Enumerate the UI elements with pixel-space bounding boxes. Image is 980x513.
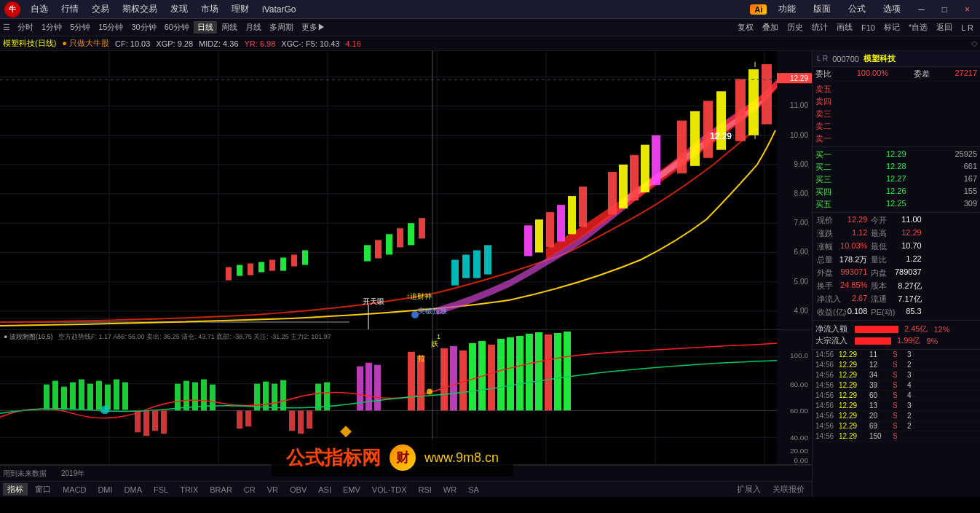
svg-rect-132 — [469, 343, 476, 410]
ind-tab-asi[interactable]: ASI — [314, 485, 336, 495]
period-weekly[interactable]: 周线 — [218, 21, 241, 34]
svg-rect-39 — [546, 212, 554, 247]
sell-level-3: 卖三 — [815, 108, 977, 120]
menu-xuanxiang[interactable]: 选项 — [877, 1, 906, 17]
menu-licai[interactable]: 理财 — [226, 1, 255, 17]
ind-tab-sa[interactable]: SA — [464, 485, 483, 495]
btn-zixuan[interactable]: *自选 — [905, 21, 931, 34]
svg-rect-95 — [61, 387, 67, 410]
svg-text:10.00: 10.00 — [790, 131, 808, 139]
midz-value: MIDZ: 4.36 — [199, 39, 238, 48]
svg-rect-36 — [484, 245, 491, 274]
btn-die[interactable]: 叠加 — [759, 21, 782, 34]
svg-rect-23 — [269, 260, 275, 271]
xgc-num: 4.16 — [345, 39, 360, 48]
btn-biaoji[interactable]: 标记 — [880, 21, 904, 34]
btn-tongji[interactable]: 统计 — [808, 21, 831, 34]
svg-text:拉: 拉 — [418, 354, 425, 362]
menu-jiaoyi[interactable]: 交易 — [86, 1, 115, 17]
svg-rect-119 — [298, 410, 304, 434]
svg-rect-28 — [375, 240, 382, 258]
ind-tab-dmi[interactable]: DMI — [93, 485, 116, 495]
ind-tab-chuangkou[interactable]: 窗口 — [31, 483, 55, 496]
ind-tab-emv[interactable]: EMV — [339, 485, 365, 495]
period-30min[interactable]: 30分钟 — [128, 21, 160, 34]
ind-tab-fsl[interactable]: FSL — [149, 485, 173, 495]
btn-f10[interactable]: F10 — [858, 23, 879, 33]
ind-tab-cr[interactable]: CR — [240, 485, 260, 495]
year-label: 2019年 — [61, 469, 84, 479]
svg-rect-127 — [417, 356, 424, 411]
menu-ivatargo[interactable]: iVatarGo — [256, 3, 301, 16]
menu-qiquanjiaoyi[interactable]: 期权交易 — [116, 1, 163, 17]
ind-tab-trix[interactable]: TRIX — [175, 485, 202, 495]
period-60min[interactable]: 60分钟 — [161, 21, 193, 34]
btn-fuchuan[interactable]: 复权 — [734, 21, 757, 34]
svg-rect-48 — [677, 121, 687, 173]
sub-chart-svg: 妖 拉 100.0 80.00 60.00 40.00 20.00 0.00 ●… — [0, 330, 812, 464]
window-min[interactable]: ─ — [912, 3, 930, 16]
svg-rect-140 — [545, 334, 552, 410]
svg-point-145 — [100, 405, 109, 414]
svg-rect-43 — [608, 172, 617, 214]
period-daily[interactable]: 日线 — [194, 21, 217, 34]
period-fenshi[interactable]: 分时 — [14, 21, 37, 34]
ind-tab-wr[interactable]: WR — [439, 485, 461, 495]
svg-rect-131 — [459, 351, 467, 411]
detail-change-pct: 涨幅 10.03% — [815, 240, 869, 253]
buy-order-book: 买一 12.29 25925 买二 12.28 661 买三 12.27 167… — [813, 146, 980, 212]
svg-rect-101 — [114, 380, 119, 410]
menu-banmian[interactable]: 版面 — [807, 1, 837, 17]
ind-tab-dma[interactable]: DMA — [120, 485, 146, 495]
ind-tab-obv[interactable]: OBV — [285, 485, 311, 495]
btn-lishi[interactable]: 历史 — [783, 21, 807, 34]
toolbar-icon: ☰ — [3, 23, 10, 32]
ind-tab-related[interactable]: 关联报价 — [768, 483, 809, 496]
menu-shichang[interactable]: 市场 — [195, 1, 224, 17]
btn-huaxian[interactable]: 画线 — [833, 21, 856, 34]
svg-rect-120 — [307, 410, 312, 428]
period-multi[interactable]: 多周期 — [266, 21, 297, 34]
main-chart[interactable]: 12.00 11.00 10.00 9.00 8.00 7.00 6.00 5.… — [0, 51, 812, 330]
weichai-val: 27217 — [955, 68, 977, 79]
period-15min[interactable]: 15分钟 — [95, 21, 127, 34]
detail-circulation: 流通 7.17亿 — [869, 293, 922, 305]
svg-rect-141 — [554, 333, 561, 410]
lr-toggle[interactable]: L R — [957, 23, 977, 33]
svg-rect-35 — [473, 250, 481, 278]
sub-chart[interactable]: 妖 拉 100.0 80.00 60.00 40.00 20.00 0.00 ●… — [0, 330, 812, 465]
menu-gongneng[interactable]: 功能 — [772, 1, 802, 17]
ind-tab-brar[interactable]: BRAR — [205, 485, 237, 495]
detail-buy-vol: 量比 1.22 — [869, 254, 922, 266]
trade-row-2: 14:56 12.29 12 S 2 — [813, 360, 980, 370]
period-1min[interactable]: 1分钟 — [38, 21, 66, 34]
main-chart-svg: 12.00 11.00 10.00 9.00 8.00 7.00 6.00 5.… — [0, 51, 812, 329]
window-max[interactable]: □ — [936, 3, 953, 16]
ind-tab-voltdx[interactable]: VOL-TDX — [368, 485, 411, 495]
svg-rect-126 — [408, 352, 415, 411]
menu-faxian[interactable]: 发现 — [165, 1, 194, 17]
buy-level-3: 买三 12.27 167 — [815, 173, 977, 186]
svg-rect-45 — [630, 155, 639, 200]
svg-rect-37 — [524, 225, 532, 256]
period-5min[interactable]: 5分钟 — [66, 21, 94, 34]
svg-text:5.00: 5.00 — [794, 278, 809, 286]
menu-hangqing[interactable]: 行情 — [55, 1, 84, 17]
svg-text:1: 1 — [437, 333, 440, 340]
main-content: 12.00 11.00 10.00 9.00 8.00 7.00 6.00 5.… — [0, 51, 980, 497]
window-close[interactable]: × — [959, 3, 976, 16]
svg-text:9.00: 9.00 — [794, 160, 809, 168]
ind-tab-zhibiao[interactable]: 指标 — [3, 483, 28, 496]
period-monthly[interactable]: 月线 — [242, 21, 265, 34]
weichai-label: 委差 — [914, 68, 930, 79]
svg-rect-44 — [619, 165, 628, 208]
btn-fanhui[interactable]: 返回 — [933, 21, 956, 34]
ind-tab-vr[interactable]: VR — [263, 485, 282, 495]
ind-tab-macd[interactable]: MACD — [58, 485, 90, 495]
menu-gongshi[interactable]: 公式 — [842, 1, 872, 17]
period-more[interactable]: 更多▶ — [298, 21, 329, 34]
ind-tab-expand[interactable]: 扩展入 — [732, 483, 765, 496]
menu-zixuan[interactable]: 自选 — [25, 1, 54, 17]
svg-rect-27 — [364, 245, 371, 261]
ind-tab-rsi[interactable]: RSI — [414, 485, 436, 495]
